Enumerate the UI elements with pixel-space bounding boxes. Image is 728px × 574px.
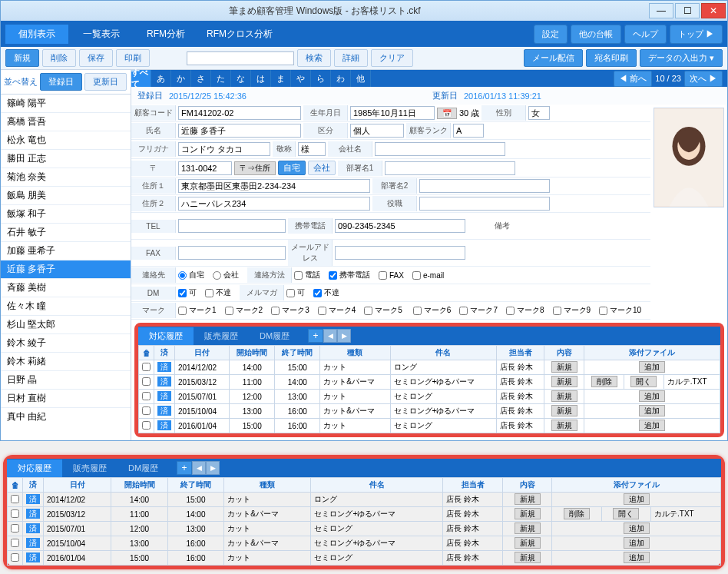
- dm-ng-check[interactable]: 不達: [205, 287, 231, 298]
- home-addr-button[interactable]: 自宅: [278, 161, 306, 175]
- row-check[interactable]: [142, 392, 151, 400]
- contact-home-radio[interactable]: 自宅: [178, 270, 204, 280]
- photo-area[interactable]: [654, 108, 724, 207]
- addr2-input[interactable]: [178, 197, 370, 211]
- list-item[interactable]: 杉山 堅太郎: [1, 316, 131, 334]
- label-print-button[interactable]: 宛名印刷: [586, 49, 637, 67]
- delete-button[interactable]: 削除: [42, 49, 76, 67]
- calendar-icon[interactable]: 📅: [437, 108, 457, 119]
- search-button[interactable]: 検索: [297, 49, 331, 67]
- hist-add-button[interactable]: 追加: [624, 493, 650, 505]
- kana-tab[interactable]: か: [171, 70, 191, 87]
- history-prev-button[interactable]: ◀: [192, 461, 206, 475]
- mark-check[interactable]: マーク6: [413, 305, 452, 316]
- tab-rfm-cross[interactable]: RFMクロス分析: [199, 25, 280, 44]
- mobile-input[interactable]: [335, 219, 465, 233]
- list-item[interactable]: 松永 竜也: [1, 131, 131, 150]
- furigana-input[interactable]: [178, 142, 270, 156]
- history-next-button[interactable]: ▶: [337, 329, 351, 343]
- dm-ok-check[interactable]: 可: [178, 287, 197, 298]
- method-mail-check[interactable]: e-mail: [412, 271, 444, 280]
- list-item[interactable]: 斉藤 美樹: [1, 279, 131, 297]
- hist-new-button[interactable]: 新規: [515, 537, 541, 549]
- sort-reg-button[interactable]: 登録日: [40, 73, 82, 91]
- company-input[interactable]: [375, 142, 505, 156]
- row-check[interactable]: [142, 421, 151, 430]
- hist-new-button[interactable]: 新規: [515, 523, 541, 534]
- kana-tab[interactable]: 他: [351, 70, 371, 87]
- new-button[interactable]: 新規: [5, 49, 39, 67]
- list-item[interactable]: 飯島 朋美: [1, 187, 131, 205]
- col-trash[interactable]: 🗑: [139, 346, 154, 360]
- settings-button[interactable]: 設定: [534, 25, 568, 44]
- tab-history[interactable]: 対応履歴: [138, 327, 194, 345]
- history-next-button[interactable]: ▶: [206, 461, 220, 475]
- mark-check[interactable]: マーク9: [553, 305, 591, 316]
- mark-check[interactable]: マーク5: [364, 305, 402, 316]
- list-item[interactable]: 菊池 奈美: [1, 168, 131, 187]
- fax-input[interactable]: [178, 246, 286, 260]
- prev-page-button[interactable]: ◀ 前へ: [614, 71, 652, 87]
- close-button[interactable]: ✕: [701, 3, 726, 18]
- kana-tab[interactable]: や: [291, 70, 311, 87]
- col-trash[interactable]: 🗑: [8, 478, 23, 493]
- list-item[interactable]: 高橋 晋吾: [1, 113, 131, 131]
- hist-new-button[interactable]: 新規: [551, 420, 577, 431]
- mark-check[interactable]: マーク4: [318, 305, 356, 316]
- dept1-input[interactable]: [385, 161, 515, 175]
- help-button[interactable]: ヘルプ: [624, 25, 667, 44]
- add-history-button[interactable]: +: [177, 461, 192, 475]
- hist-add-button[interactable]: 追加: [624, 523, 650, 534]
- search-input[interactable]: [187, 51, 294, 65]
- hist-new-button[interactable]: 新規: [515, 508, 541, 519]
- mag-ng-check[interactable]: 不達: [313, 287, 339, 298]
- list-item[interactable]: 石井 敏子: [1, 224, 131, 242]
- row-check[interactable]: [142, 406, 151, 415]
- kana-tab[interactable]: ら: [311, 70, 331, 87]
- other-ledger-button[interactable]: 他の台帳: [571, 25, 621, 44]
- zip-input[interactable]: [178, 161, 232, 175]
- row-check[interactable]: [11, 524, 19, 533]
- history-prev-button[interactable]: ◀: [323, 329, 337, 343]
- hist-add-button[interactable]: 追加: [639, 361, 665, 373]
- list-item[interactable]: 鈴木 綾子: [1, 334, 131, 353]
- minimize-button[interactable]: —: [649, 3, 673, 18]
- list-item[interactable]: 日野 晶: [1, 371, 131, 390]
- list-item[interactable]: 篠崎 陽平: [1, 95, 131, 113]
- tab-list[interactable]: 一覧表示: [70, 25, 133, 44]
- work-addr-button[interactable]: 会社: [308, 161, 336, 175]
- clear-button[interactable]: クリア: [371, 49, 413, 67]
- addr1-input[interactable]: [178, 179, 370, 193]
- hist-add-button[interactable]: 追加: [639, 390, 665, 402]
- tab-sales[interactable]: 販売履歴: [194, 327, 249, 345]
- list-item[interactable]: 飯塚 和子: [1, 205, 131, 224]
- list-item[interactable]: 加藤 亜希子: [1, 242, 131, 260]
- hist-new-button[interactable]: 新規: [515, 493, 541, 505]
- tab-individual[interactable]: 個別表示: [5, 25, 68, 44]
- list-item[interactable]: 佐々木 瞳: [1, 297, 131, 316]
- hist-open-button[interactable]: 開く: [630, 376, 657, 387]
- hist-add-button[interactable]: 追加: [639, 420, 665, 431]
- method-fax-check[interactable]: FAX: [379, 271, 404, 280]
- mag-ok-check[interactable]: 可: [286, 287, 305, 298]
- zip-to-addr-button[interactable]: 〒⇒住所: [234, 161, 276, 175]
- hist-new-button[interactable]: 新規: [551, 376, 577, 387]
- row-check[interactable]: [142, 363, 151, 371]
- mark-check[interactable]: マーク7: [459, 305, 498, 316]
- kana-tab[interactable]: すべて: [131, 70, 151, 87]
- list-item[interactable]: 勝田 正志: [1, 150, 131, 168]
- method-mobile-check[interactable]: 携帯電話: [329, 270, 370, 280]
- data-io-button[interactable]: データの入出力 ▾: [640, 49, 723, 67]
- row-check[interactable]: [11, 553, 19, 562]
- sex-select[interactable]: [528, 106, 550, 120]
- tab-dm[interactable]: DM履歴: [117, 460, 169, 477]
- hist-add-button[interactable]: 追加: [639, 405, 665, 416]
- birth-input[interactable]: [350, 106, 435, 120]
- tab-history[interactable]: 対応履歴: [7, 460, 62, 477]
- save-button[interactable]: 保存: [79, 49, 113, 67]
- kana-tab[interactable]: は: [251, 70, 271, 87]
- list-item[interactable]: 日村 直樹: [1, 390, 131, 408]
- row-check[interactable]: [142, 377, 151, 386]
- maximize-button[interactable]: ☐: [675, 3, 700, 18]
- list-item[interactable]: 真中 由紀: [1, 408, 131, 425]
